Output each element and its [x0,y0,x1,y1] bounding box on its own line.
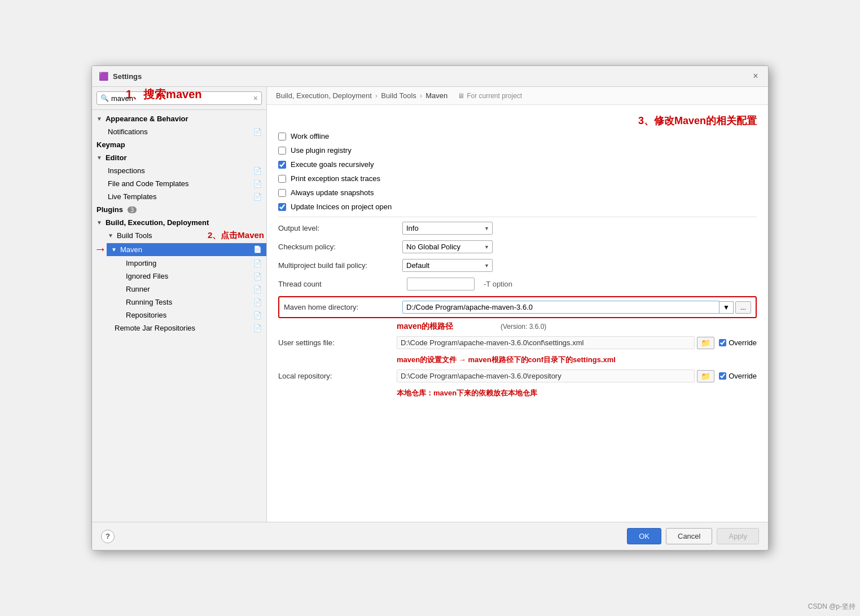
maven-home-dropdown-button[interactable]: ▼ [719,301,734,314]
build-tools-row: ▼ Build Tools 2、点击Maven [92,229,266,242]
annotation-step2: 2、点击Maven [208,230,264,241]
maven-home-input[interactable] [402,301,719,314]
sidebar-item-label: Live Templates [108,192,156,201]
sidebar-item-label: Maven [120,245,142,254]
search-input[interactable] [111,94,253,103]
item-icon: 📄 [253,272,262,280]
local-repo-override: Override [719,372,757,380]
annotation-local-repo: 本地仓库：maven下来的依赖放在本地仓库 [397,389,537,397]
maven-home-browse-button[interactable]: ... [735,301,751,314]
checksum-policy-select-wrapper: No Global Policy Strict Lenient Ignore [402,240,493,253]
update-indices-label: Update Incices on project open [291,203,392,211]
title-bar: 🟪 Settings × [92,66,768,87]
print-exception-checkbox[interactable] [278,175,286,183]
arrow-annot-maven: → [94,242,107,257]
thread-count-row: Thread count -T option [278,278,757,291]
sidebar-item-plugins[interactable]: Plugins 3 [92,203,266,216]
item-icon: 📄 [253,245,262,253]
bottom-bar: ? OK Cancel Apply [92,522,768,550]
work-offline-checkbox[interactable] [278,133,286,140]
thread-count-label: Thread count [278,280,402,288]
arrow-icon: ▼ [108,232,113,239]
app-icon: 🟪 [99,72,108,81]
checkbox-work-offline: Work offline [278,132,757,140]
ok-button[interactable]: OK [627,528,661,544]
thread-count-input[interactable] [407,278,475,291]
output-level-select[interactable]: Info Debug Warn Error [402,222,493,235]
breadcrumb-bar: Build, Execution, Deployment › Build Too… [267,87,768,105]
project-icon: 🖥 [458,92,464,100]
breadcrumb-part2: Build Tools [381,91,416,100]
sidebar-item-running-tests[interactable]: Running Tests 📄 [92,296,266,309]
sidebar-item-label: Plugins [96,205,123,214]
apply-button[interactable]: Apply [717,528,759,544]
sidebar-item-label: Repositories [126,311,166,319]
user-settings-override: Override [719,338,757,347]
sidebar-item-repositories[interactable]: Repositories 📄 [92,309,266,322]
checkbox-use-plugin: Use plugin registry [278,146,757,155]
search-input-wrapper: 🔍 × [96,91,262,105]
maven-home-row: Maven home directory: ▼ ... [278,296,757,318]
sidebar-item-importing[interactable]: Importing 📄 [92,257,266,270]
sidebar-item-build-tools[interactable]: ▼ Build Tools [108,229,208,242]
annotation-maven-root: maven的根路径 [397,322,453,331]
sidebar-item-keymap[interactable]: Keymap [92,138,266,151]
arrow-icon: ▼ [96,116,102,122]
watermark: CSDN @p-坚持 [808,602,855,611]
sidebar-item-label: Notifications [108,127,148,136]
execute-goals-checkbox[interactable] [278,161,286,169]
sidebar-item-label: Running Tests [126,298,172,306]
update-indices-checkbox[interactable] [278,203,286,211]
bottom-right: OK Cancel Apply [627,528,759,544]
output-level-select-wrapper: Info Debug Warn Error [402,222,493,235]
sidebar-item-notifications[interactable]: Notifications 📄 [92,125,266,138]
local-repo-browse-button[interactable]: 📁 [697,370,714,382]
sidebar-item-label: Inspections [108,166,145,175]
sidebar-item-label: Keymap [96,140,125,149]
sidebar-item-live-templates[interactable]: Live Templates 📄 [92,190,266,203]
close-button[interactable]: × [750,71,761,82]
breadcrumb-sep1: › [375,91,378,100]
arrow-icon: ▼ [111,247,117,253]
sidebar-item-file-templates[interactable]: File and Code Templates 📄 [92,177,266,190]
multiproject-fail-select[interactable]: Default Fail Fast Fail Never [402,259,493,272]
local-repo-override-checkbox[interactable] [719,372,726,380]
local-repo-path: D:\Code Program\apache-maven-3.6.0\repos… [397,369,695,382]
sidebar-item-label: Remote Jar Repositories [115,324,195,332]
checksum-policy-select[interactable]: No Global Policy Strict Lenient Ignore [402,240,493,253]
item-icon: 📄 [253,180,262,188]
always-update-label: Always update snapshots [291,188,374,197]
help-button[interactable]: ? [101,530,115,543]
work-offline-label: Work offline [291,132,329,140]
sidebar-item-label: Appearance & Behavior [106,115,188,123]
sidebar-item-ignored-files[interactable]: Ignored Files 📄 [92,270,266,283]
spacer [278,322,397,332]
sidebar-item-label: Ignored Files [126,272,168,280]
sidebar-item-maven[interactable]: ▼ Maven 📄 [107,243,266,256]
sidebar-item-runner[interactable]: Runner 📄 [92,283,266,296]
sidebar-item-build-exec[interactable]: ▼ Build, Execution, Deployment [92,216,266,229]
always-update-checkbox[interactable] [278,189,286,197]
breadcrumb-sep2: › [420,91,422,100]
checksum-policy-label: Checksum policy: [278,243,402,251]
divider1 [278,217,757,217]
sidebar-item-editor[interactable]: ▼ Editor [92,151,266,164]
override-settings-label: Override [729,338,757,347]
annotation-step3: 3、修改Maven的相关配置 [638,114,757,127]
sidebar-item-remote-jar[interactable]: Remote Jar Repositories 📄 [92,322,266,335]
cancel-button[interactable]: Cancel [666,528,712,544]
user-settings-path: D:\Code Program\apache-maven-3.6.0\conf\… [397,336,695,349]
breadcrumb-part1: Build, Execution, Deployment [276,91,372,100]
item-icon: 📄 [253,298,262,306]
user-settings-browse-button[interactable]: 📁 [697,337,714,349]
user-settings-override-checkbox[interactable] [719,339,726,346]
arrow-icon: ▼ [96,219,102,226]
sidebar-item-appearance[interactable]: ▼ Appearance & Behavior [92,112,266,125]
search-clear-button[interactable]: × [253,94,258,103]
use-plugin-checkbox[interactable] [278,147,286,155]
sidebar-item-label: Build Tools [117,231,152,240]
sidebar-item-inspections[interactable]: Inspections 📄 [92,164,266,177]
item-icon: 📄 [253,167,262,175]
search-box: 🔍 × 1、搜索maven [92,87,266,110]
title-bar-left: 🟪 Settings [99,72,142,81]
